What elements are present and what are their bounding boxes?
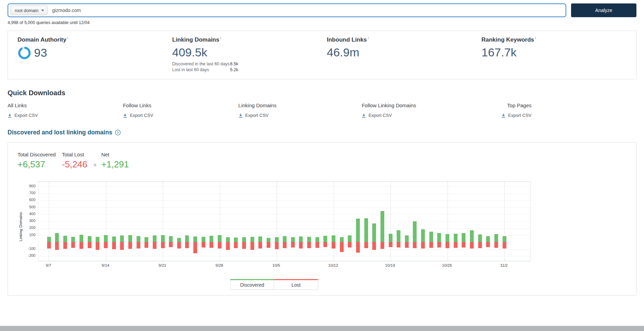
bar-discovered[interactable] xyxy=(397,230,400,242)
legend-discovered-toggle[interactable]: Discovered xyxy=(230,279,274,290)
scope-dropdown[interactable]: root domain xyxy=(11,5,47,15)
bar-discovered[interactable] xyxy=(275,237,279,242)
bar-discovered[interactable] xyxy=(307,237,311,242)
horizontal-scrollbar[interactable] xyxy=(0,326,644,331)
bar-discovered[interactable] xyxy=(128,235,132,242)
bar-discovered[interactable] xyxy=(299,236,303,242)
bar-lost[interactable] xyxy=(79,242,83,249)
bar-discovered[interactable] xyxy=(332,235,335,242)
export-csv-link[interactable]: Export CSV xyxy=(238,113,277,118)
bar-discovered[interactable] xyxy=(210,236,213,242)
bar-lost[interactable] xyxy=(153,242,157,249)
info-icon[interactable]: i xyxy=(220,36,221,40)
bar-lost[interactable] xyxy=(193,242,197,253)
bar-discovered[interactable] xyxy=(454,234,458,242)
export-csv-link[interactable]: Export CSV xyxy=(8,113,38,118)
bar-lost[interactable] xyxy=(128,242,132,249)
bar-discovered[interactable] xyxy=(340,237,344,242)
circle-arrow-icon[interactable] xyxy=(115,130,121,135)
bar-lost[interactable] xyxy=(380,242,384,249)
bar-discovered[interactable] xyxy=(55,233,59,242)
bar-discovered[interactable] xyxy=(63,236,67,242)
bar-lost[interactable] xyxy=(218,242,222,248)
bar-discovered[interactable] xyxy=(226,237,230,242)
export-csv-link[interactable]: Export CSV xyxy=(123,113,153,118)
bar-lost[interactable] xyxy=(275,242,279,249)
bar-lost[interactable] xyxy=(340,242,344,252)
bar-lost[interactable] xyxy=(356,242,360,252)
bar-discovered[interactable] xyxy=(144,237,148,242)
bar-lost[interactable] xyxy=(210,242,213,247)
bar-discovered[interactable] xyxy=(88,236,92,242)
bar-lost[interactable] xyxy=(454,242,458,247)
bar-lost[interactable] xyxy=(315,242,319,247)
bar-lost[interactable] xyxy=(161,242,165,248)
bar-lost[interactable] xyxy=(413,242,417,248)
bar-discovered[interactable] xyxy=(315,237,319,242)
bar-discovered[interactable] xyxy=(503,236,506,242)
bar-lost[interactable] xyxy=(112,242,116,249)
bar-lost[interactable] xyxy=(55,242,59,250)
bar-discovered[interactable] xyxy=(323,236,327,242)
bar-lost[interactable] xyxy=(372,242,376,250)
bar-lost[interactable] xyxy=(283,242,287,248)
bar-lost[interactable] xyxy=(470,242,474,248)
bar-discovered[interactable] xyxy=(169,236,173,242)
bar-discovered[interactable] xyxy=(429,232,433,242)
bar-lost[interactable] xyxy=(462,242,465,247)
bar-discovered[interactable] xyxy=(104,235,108,242)
search-input[interactable] xyxy=(52,7,561,13)
bar-lost[interactable] xyxy=(137,242,140,248)
bar-lost[interactable] xyxy=(291,242,295,247)
bar-discovered[interactable] xyxy=(96,237,99,242)
analyze-button[interactable]: Analyze xyxy=(571,3,636,17)
bar-discovered[interactable] xyxy=(267,238,270,242)
bar-lost[interactable] xyxy=(202,242,205,247)
bar-lost[interactable] xyxy=(486,242,490,247)
export-csv-link[interactable]: Export CSV xyxy=(362,113,416,118)
bar-discovered[interactable] xyxy=(470,230,474,242)
bar-discovered[interactable] xyxy=(112,236,116,242)
bar-discovered[interactable] xyxy=(234,238,238,242)
bar-lost[interactable] xyxy=(177,242,181,248)
bar-discovered[interactable] xyxy=(153,235,157,242)
bar-discovered[interactable] xyxy=(137,236,140,242)
bar-discovered[interactable] xyxy=(494,234,498,242)
bar-lost[interactable] xyxy=(478,242,482,248)
export-csv-link[interactable]: Export CSV xyxy=(501,113,532,118)
bar-lost[interactable] xyxy=(242,242,246,249)
bar-discovered[interactable] xyxy=(242,237,246,242)
bar-lost[interactable] xyxy=(71,242,75,247)
bar-lost[interactable] xyxy=(332,242,335,248)
bar-discovered[interactable] xyxy=(413,221,417,242)
bar-discovered[interactable] xyxy=(177,238,181,242)
bar-lost[interactable] xyxy=(169,242,173,247)
bar-lost[interactable] xyxy=(120,242,124,250)
bar-lost[interactable] xyxy=(323,242,327,247)
info-icon[interactable]: i xyxy=(368,36,368,40)
bar-discovered[interactable] xyxy=(71,237,75,242)
bar-discovered[interactable] xyxy=(446,234,449,242)
bar-lost[interactable] xyxy=(437,242,441,247)
bar-discovered[interactable] xyxy=(250,237,254,242)
bar-lost[interactable] xyxy=(421,242,425,248)
bar-lost[interactable] xyxy=(299,242,303,248)
bar-discovered[interactable] xyxy=(364,218,368,242)
bar-lost[interactable] xyxy=(63,242,67,249)
bar-discovered[interactable] xyxy=(348,235,352,242)
bar-discovered[interactable] xyxy=(389,234,393,242)
bar-lost[interactable] xyxy=(364,242,368,248)
bar-discovered[interactable] xyxy=(47,237,51,242)
bar-discovered[interactable] xyxy=(258,236,262,242)
bar-discovered[interactable] xyxy=(437,233,441,242)
bar-discovered[interactable] xyxy=(283,236,287,242)
info-icon[interactable]: i xyxy=(67,36,68,40)
bar-lost[interactable] xyxy=(429,242,433,247)
bar-discovered[interactable] xyxy=(291,237,295,242)
bar-lost[interactable] xyxy=(397,242,400,247)
bar-lost[interactable] xyxy=(348,242,352,247)
bar-discovered[interactable] xyxy=(486,236,490,242)
bar-discovered[interactable] xyxy=(462,233,465,242)
bar-lost[interactable] xyxy=(389,242,393,247)
bar-lost[interactable] xyxy=(88,242,92,248)
